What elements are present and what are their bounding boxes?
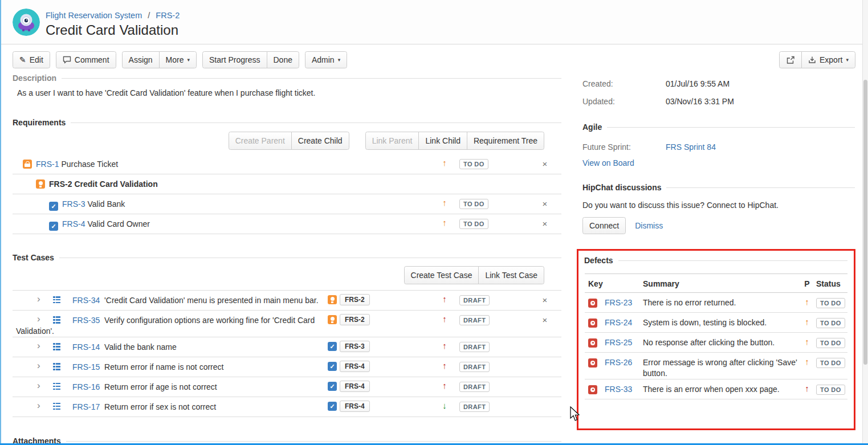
vertical-scrollbar[interactable] [862, 0, 868, 443]
test-case-icon [52, 402, 62, 411]
col-key: Key [588, 279, 643, 289]
defect-summary: System is down, testing is blocked. [643, 317, 798, 328]
export-toolbar: Export ▾ [779, 51, 855, 68]
defect-summary: There is no error returned. [643, 297, 798, 308]
create-parent-button[interactable]: Create Parent [229, 132, 292, 150]
linked-type-icon [328, 295, 337, 304]
linked-key-badge: FRS-2 [340, 314, 370, 325]
issue-key-link[interactable]: FRS-15 [72, 362, 100, 371]
share-icon [786, 56, 795, 64]
defect-key-link[interactable]: FRS-26 [605, 357, 632, 368]
requirement-tree-button[interactable]: Requirement Tree [467, 132, 544, 150]
defect-row: FRS-26 Error message is wrong after clic… [585, 353, 847, 379]
test-case-icon [52, 382, 62, 391]
status-badge: TO DO [816, 318, 845, 328]
linked-key-badge: FRS-4 [340, 381, 370, 392]
priority-icon: ↑ [438, 315, 451, 323]
issue-key-link[interactable]: FRS-1 [36, 160, 59, 169]
test-case-row: › FRS-16 Return error if age is not corr… [13, 377, 561, 397]
priority-icon: ↑ [438, 218, 451, 227]
expand-chevron-icon[interactable]: › [37, 341, 40, 350]
expand-chevron-icon[interactable]: › [37, 294, 40, 304]
issue-key-link[interactable]: FRS-2 [49, 179, 72, 189]
hipchat-text: Do you want to discuss this issue? Conne… [582, 201, 855, 210]
defect-key-link[interactable]: FRS-24 [605, 317, 632, 328]
view-on-board-link[interactable]: View on Board [582, 158, 634, 168]
status-badge: TO DO [816, 358, 845, 368]
window-border-left [0, 0, 1, 445]
chevron-down-icon: ▾ [338, 58, 341, 63]
issue-key-link[interactable]: FRS-14 [72, 342, 100, 352]
expand-chevron-icon[interactable]: › [37, 401, 40, 410]
priority-icon: ↑ [438, 341, 451, 350]
defects-table: Key Summary P Status FRS-23 There is no … [585, 273, 847, 399]
test-case-icon [52, 296, 62, 305]
create-test-case-button[interactable]: Create Test Case [404, 266, 479, 284]
mouse-cursor [569, 406, 581, 423]
remove-link-button[interactable]: × [539, 315, 551, 325]
requirements-heading: Requirements [13, 118, 561, 127]
download-icon [808, 56, 816, 64]
test-cases-actions: Create Test Case Link Test Case [13, 266, 544, 284]
issue-key-link[interactable]: FRS-16 [72, 382, 100, 391]
assign-button[interactable]: Assign [122, 51, 160, 68]
requirement-row: FRS-2Credit Card Validation [13, 174, 561, 194]
more-button[interactable]: More ▾ [159, 51, 197, 68]
breadcrumb-project-link[interactable]: Flight Reservation System [46, 11, 142, 20]
defects-table-header: Key Summary P Status [585, 274, 847, 293]
issue-key-link[interactable]: FRS-3 [62, 199, 85, 209]
remove-link-button[interactable]: × [539, 218, 551, 229]
share-button[interactable] [779, 51, 802, 68]
expand-chevron-icon[interactable]: › [37, 381, 40, 390]
priority-icon: ↑ [798, 317, 816, 326]
defect-row: FRS-23 There is no error returned. ↑ TO … [585, 293, 847, 313]
link-child-button[interactable]: Link Child [418, 132, 467, 150]
test-case-row: › FRS-17 Return error if sex is not corr… [13, 397, 561, 417]
sprint-link[interactable]: FRS Sprint 84 [666, 138, 716, 156]
priority-icon: ↑ [798, 337, 816, 346]
dates-section: Created: 01/Jul/16 9:55 AM Updated: 03/N… [582, 75, 855, 111]
comment-button[interactable]: Comment [56, 51, 116, 68]
connect-button[interactable]: Connect [582, 217, 626, 234]
issue-key-link[interactable]: FRS-35 [72, 316, 100, 325]
linked-key-badge: FRS-3 [340, 341, 370, 352]
issue-type-icon [36, 179, 45, 189]
start-progress-button[interactable]: Start Progress [202, 51, 267, 68]
admin-button[interactable]: Admin ▾ [305, 51, 347, 68]
status-badge: TO DO [816, 385, 845, 395]
link-parent-button[interactable]: Link Parent [365, 132, 419, 150]
breadcrumb-issue-link[interactable]: FRS-2 [156, 11, 180, 20]
defect-key-link[interactable]: FRS-33 [605, 384, 632, 395]
export-button[interactable]: Export ▾ [801, 51, 855, 68]
link-test-case-button[interactable]: Link Test Case [478, 266, 544, 284]
dismiss-link[interactable]: Dismiss [635, 221, 663, 230]
issue-key-link[interactable]: FRS-34 [72, 296, 100, 305]
create-child-button[interactable]: Create Child [291, 132, 349, 150]
edit-button[interactable]: ✎ Edit [13, 51, 50, 68]
expand-chevron-icon[interactable]: › [37, 314, 40, 324]
test-case-row: › FRS-34 'Credit Card Validation' menu i… [13, 291, 561, 311]
issue-summary: 'Credit Card Validation' menu is present… [102, 296, 318, 305]
remove-link-button[interactable]: × [539, 198, 551, 209]
status-badge: TO DO [816, 338, 845, 348]
priority-icon: ↑ [438, 158, 451, 167]
defect-key-link[interactable]: FRS-23 [605, 297, 632, 308]
agile-heading: Agile [582, 123, 855, 132]
done-button[interactable]: Done [267, 51, 299, 68]
expand-chevron-icon[interactable]: › [37, 361, 40, 370]
bug-icon [588, 385, 597, 394]
defect-summary: There is an error when open xxx page. [643, 384, 798, 395]
status-badge: DRAFT [459, 362, 490, 372]
issue-key-link[interactable]: FRS-17 [72, 402, 100, 411]
created-label: Created: [582, 75, 666, 93]
project-avatar[interactable] [13, 9, 40, 36]
remove-link-button[interactable]: × [539, 295, 551, 305]
updated-row: Updated: 03/Nov/16 3:31 PM [582, 93, 855, 111]
scrollbar-thumb[interactable] [863, 80, 867, 365]
remove-link-button[interactable]: × [539, 158, 551, 169]
future-sprint-label: Future Sprint: [582, 138, 666, 156]
issue-key-link[interactable]: FRS-4 [62, 219, 85, 228]
defect-key-link[interactable]: FRS-25 [605, 337, 632, 348]
status-badge: DRAFT [459, 315, 490, 325]
bug-icon [588, 338, 597, 348]
